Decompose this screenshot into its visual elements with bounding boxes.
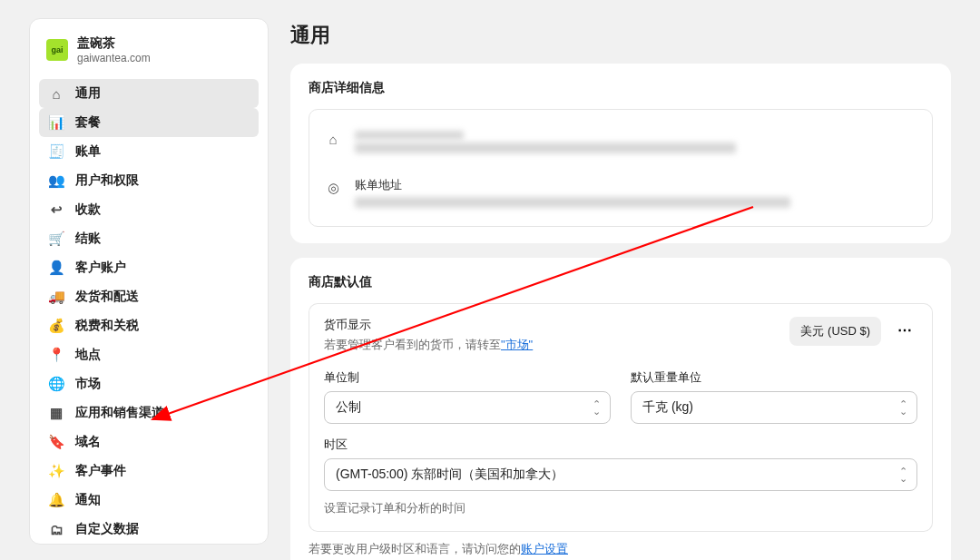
nav-item-checkout[interactable]: 🛒 结账 (39, 224, 259, 253)
select-value: 公制 (336, 399, 361, 414)
nav-label: 税费和关税 (75, 318, 139, 334)
nav-item-languages[interactable]: Aあ 语言 (39, 544, 259, 545)
markets-link[interactable]: "市场" (501, 338, 533, 351)
location-icon: ◎ (324, 179, 342, 197)
redacted-billing (355, 197, 790, 208)
nav-item-notifications[interactable]: 🔔 通知 (39, 486, 259, 515)
nav-label: 套餐 (75, 114, 101, 131)
store-domain: gaiwantea.com (77, 52, 151, 64)
weight-unit-label: 默认重量单位 (631, 369, 917, 386)
redacted-address (355, 142, 736, 153)
nav-label: 应用和销售渠道 (75, 405, 164, 421)
nav-label: 自定义数据 (75, 521, 139, 537)
folder-icon: 🗂 (48, 521, 64, 537)
sidebar: gai 盖碗茶 gaiwantea.com ⌂ 通用 📊 套餐 🧾 账单 👥 用… (29, 18, 269, 545)
card-title: 商店详细信息 (309, 80, 933, 96)
account-settings-link[interactable]: 账户设置 (521, 542, 568, 555)
timezone-label: 时区 (324, 437, 917, 453)
nav-item-taxes[interactable]: 💰 税费和关税 (39, 311, 259, 340)
nav-item-accounts[interactable]: 👤 客户账户 (39, 253, 259, 282)
more-button[interactable]: ⋯ (892, 317, 917, 342)
nav-item-users[interactable]: 👥 用户和权限 (39, 166, 259, 195)
nav-label: 结账 (75, 231, 101, 247)
tag-icon: 🔖 (48, 434, 64, 450)
chevron-updown-icon: ⌃⌄ (593, 400, 601, 415)
nav-item-billing[interactable]: 🧾 账单 (39, 137, 259, 166)
spark-icon: ✨ (48, 463, 64, 479)
nav-label: 账单 (75, 143, 101, 160)
nav-item-markets[interactable]: 🌐 市场 (39, 369, 259, 398)
receipt-icon: 🧾 (48, 143, 64, 160)
nav-item-metafields[interactable]: 🗂 自定义数据 (39, 515, 259, 544)
person-icon: 👤 (48, 260, 64, 276)
chevron-updown-icon: ⌃⌄ (899, 467, 907, 482)
nav-item-plan[interactable]: 📊 套餐 (39, 108, 259, 137)
select-value: (GMT-05:00) 东部时间（美国和加拿大） (336, 467, 564, 481)
home-icon: ⌂ (48, 85, 64, 102)
main: 通用 商店详细信息 ⌂ ◎ 账单地址 (290, 18, 951, 560)
nav-label: 域名 (75, 434, 101, 450)
timezone-help: 设置记录订单和分析的时间 (324, 500, 917, 516)
currency-label: 货币显示 (324, 317, 779, 333)
money-icon: 💰 (48, 318, 64, 334)
nav-item-locations[interactable]: 📍 地点 (39, 340, 259, 369)
store-logo: gai (46, 39, 68, 61)
store-icon: ⌂ (324, 130, 342, 148)
unit-system-label: 单位制 (324, 369, 611, 386)
store-header[interactable]: gai 盖碗茶 gaiwantea.com (39, 32, 259, 77)
store-name: 盖碗茶 (77, 35, 151, 52)
nav-label: 收款 (75, 201, 101, 218)
currency-value-chip: 美元 (USD $) (789, 317, 881, 346)
unit-system-select[interactable]: 公制 ⌃⌄ (324, 391, 611, 424)
return-icon: ↩ (48, 201, 64, 218)
cart-icon: 🛒 (48, 231, 64, 247)
currency-row: 货币显示 若要管理客户看到的货币，请转至"市场" 美元 (USD $) ⋯ (309, 303, 933, 366)
nav-label: 通知 (75, 492, 101, 508)
store-defaults-card: 商店默认值 货币显示 若要管理客户看到的货币，请转至"市场" 美元 (USD $… (290, 258, 951, 560)
weight-unit-select[interactable]: 千克 (kg) ⌃⌄ (631, 391, 917, 424)
page-title: 通用 (290, 18, 951, 49)
nav-label: 地点 (75, 347, 101, 363)
nav-label: 用户和权限 (75, 172, 139, 189)
select-value: 千克 (kg) (642, 399, 693, 414)
grid-icon: ▦ (48, 405, 64, 421)
currency-help: 若要管理客户看到的货币，请转至"市场" (324, 337, 779, 353)
store-row[interactable]: ⌂ (324, 123, 917, 159)
nav-item-general[interactable]: ⌂ 通用 (39, 79, 259, 108)
timezone-select[interactable]: (GMT-05:00) 东部时间（美国和加拿大） ⌃⌄ (324, 458, 917, 491)
nav-label: 客户账户 (75, 260, 126, 276)
billing-row[interactable]: ◎ 账单地址 (324, 172, 917, 213)
card-title: 商店默认值 (309, 274, 933, 290)
nav-item-shipping[interactable]: 🚚 发货和配送 (39, 282, 259, 311)
nav-item-apps[interactable]: ▦ 应用和销售渠道 (39, 398, 259, 427)
users-icon: 👥 (48, 172, 64, 189)
truck-icon: 🚚 (48, 289, 64, 305)
nav-item-payments[interactable]: ↩ 收款 (39, 195, 259, 224)
nav-item-domains[interactable]: 🔖 域名 (39, 427, 259, 457)
nav-item-events[interactable]: ✨ 客户事件 (39, 457, 259, 486)
nav-label: 市场 (75, 376, 101, 392)
pin-icon: 📍 (48, 347, 64, 363)
chevron-updown-icon: ⌃⌄ (899, 400, 907, 415)
defaults-footer: 若要更改用户级时区和语言，请访问您的账户设置 (309, 541, 933, 557)
billing-label: 账单地址 (355, 177, 917, 193)
bell-icon: 🔔 (48, 492, 64, 508)
nav-list: ⌂ 通用 📊 套餐 🧾 账单 👥 用户和权限 ↩ 收款 🛒 结账 (39, 79, 259, 545)
nav-label: 发货和配送 (75, 289, 139, 305)
nav-label: 客户事件 (75, 463, 126, 479)
globe-icon: 🌐 (48, 376, 64, 392)
nav-label: 通用 (75, 85, 101, 102)
store-details-card: 商店详细信息 ⌂ ◎ 账单地址 (290, 64, 951, 243)
chart-icon: 📊 (48, 114, 64, 131)
redacted-name (355, 131, 464, 140)
